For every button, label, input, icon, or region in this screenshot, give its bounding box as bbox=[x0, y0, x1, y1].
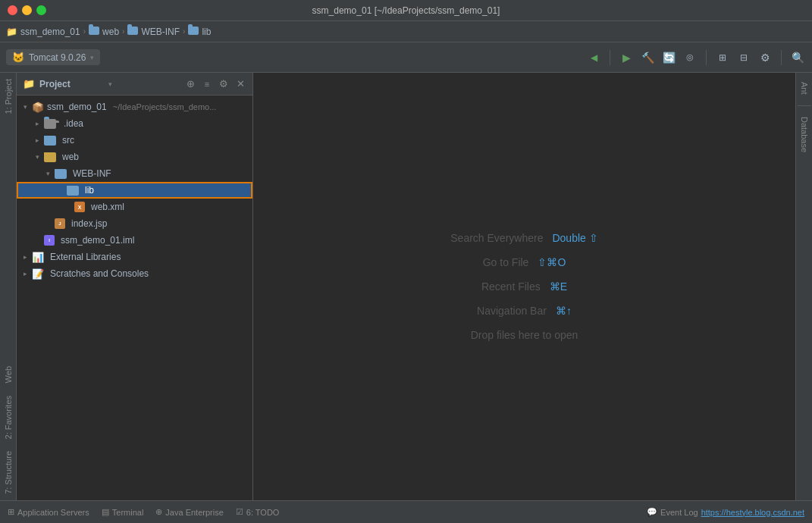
tree-label-extlibs: External Libraries bbox=[50, 252, 121, 262]
breadcrumb-sep3: › bbox=[183, 27, 185, 36]
tree-item-scratches[interactable]: 📝 Scratches and Consoles bbox=[17, 265, 252, 282]
hint-label-goto: Go to File bbox=[483, 256, 529, 268]
breadcrumb-web[interactable]: web bbox=[102, 27, 119, 37]
add-item-button[interactable]: ⊕ bbox=[184, 78, 196, 90]
sidebar-tab-structure[interactable]: 7: Structure bbox=[2, 445, 15, 500]
tree-label-src: src bbox=[62, 135, 74, 146]
tree-item-lib[interactable]: lib bbox=[17, 182, 252, 199]
bookmark-button[interactable]: ⊞ bbox=[714, 49, 731, 66]
separator2 bbox=[706, 50, 707, 65]
hint-label-recent: Recent Files bbox=[481, 280, 541, 293]
tomcat-icon: 🐱 bbox=[12, 52, 24, 63]
project-root-icon: 📦 bbox=[32, 102, 44, 113]
tree-label-root: ssm_demo_01 bbox=[47, 102, 107, 112]
breadcrumb: 📁 ssm_demo_01 › web › WEB-INF › lib bbox=[0, 21, 812, 42]
arrow-src bbox=[33, 136, 41, 144]
tree-item-web[interactable]: web bbox=[17, 149, 252, 165]
separator3 bbox=[781, 50, 782, 65]
right-sidebar-tabs: Ant Database bbox=[795, 73, 812, 500]
run-button[interactable]: ▶ bbox=[618, 49, 635, 66]
extlibs-icon: 📊 bbox=[32, 252, 44, 263]
hint-shortcut-search: Double ⇧ bbox=[552, 232, 597, 244]
tree-item-webinf[interactable]: WEB-INF bbox=[17, 165, 252, 182]
tree-item-iml[interactable]: I ssm_demo_01.iml bbox=[17, 232, 252, 249]
chevron-down-icon[interactable]: ▾ bbox=[108, 80, 112, 88]
settings-icon[interactable]: ⚙ bbox=[218, 78, 230, 90]
split-button[interactable]: ⊟ bbox=[735, 49, 752, 66]
build-button[interactable]: 🔨 bbox=[639, 49, 656, 66]
tree-label-webxml: web.xml bbox=[91, 202, 124, 212]
hint-label-nav: Navigation Bar bbox=[477, 305, 547, 317]
status-terminal-label: Terminal bbox=[112, 508, 144, 517]
todo-icon: ☑ bbox=[236, 507, 243, 517]
tree-label-idea: .idea bbox=[64, 118, 83, 129]
tree-item-root[interactable]: 📦 ssm_demo_01 ~/IdeaProjects/ssm_demo... bbox=[17, 99, 252, 115]
close-panel-button[interactable]: ✕ bbox=[234, 78, 246, 90]
webxml-icon: X bbox=[74, 202, 85, 212]
toolbar: 🐱 Tomcat 9.0.26 ▾ ◀ ▶ 🔨 🔄 ◎ ⊞ ⊟ ⚙ 🔍 bbox=[0, 42, 812, 73]
status-todo[interactable]: ☑ 6: TODO bbox=[236, 507, 280, 517]
arrow-extlibs bbox=[21, 253, 29, 261]
breadcrumb-lib[interactable]: lib bbox=[202, 27, 211, 37]
status-app-servers[interactable]: ⊞ Application Servers bbox=[8, 507, 89, 517]
breadcrumb-folder-icon3 bbox=[188, 27, 199, 37]
run-configuration[interactable]: 🐱 Tomcat 9.0.26 ▾ bbox=[6, 49, 100, 65]
breadcrumb-webinf[interactable]: WEB-INF bbox=[141, 27, 180, 37]
right-tab-ant[interactable]: Ant bbox=[798, 76, 811, 101]
hint-label-search: Search Everywhere bbox=[450, 232, 543, 244]
right-tab-separator bbox=[798, 105, 811, 106]
project-tree: 📦 ssm_demo_01 ~/IdeaProjects/ssm_demo...… bbox=[17, 96, 252, 500]
update-button[interactable]: 🔄 bbox=[660, 49, 677, 66]
window-controls[interactable] bbox=[8, 5, 46, 15]
statusbar-right: 💬 Event Log https://hestyle.blog.csdn.ne… bbox=[647, 507, 804, 517]
minimize-button[interactable] bbox=[22, 5, 32, 15]
statusbar: ⊞ Application Servers ▤ Terminal ⊕ Java … bbox=[0, 500, 812, 523]
status-app-servers-label: Application Servers bbox=[17, 508, 89, 517]
arrow-web bbox=[33, 153, 41, 161]
coverage-button[interactable]: ◎ bbox=[682, 49, 698, 66]
arrow-scratches bbox=[21, 270, 29, 277]
sidebar-tab-favorites[interactable]: 2: Favorites bbox=[2, 390, 15, 445]
project-panel-title: Project bbox=[39, 79, 102, 89]
left-sidebar-tabs: 1: Project Web 2: Favorites 7: Structure bbox=[0, 73, 17, 500]
editor-area[interactable]: Search Everywhere Double ⇧ Go to File ⇧⌘… bbox=[253, 73, 795, 500]
tree-item-extlibs[interactable]: 📊 External Libraries bbox=[17, 249, 252, 265]
breadcrumb-folder-icon1 bbox=[89, 27, 99, 37]
settings-button[interactable]: ⚙ bbox=[757, 49, 773, 66]
hint-shortcut-goto: ⇧⌘O bbox=[538, 256, 566, 268]
search-button[interactable]: 🔍 bbox=[789, 49, 806, 66]
tree-label-web: web bbox=[62, 152, 79, 162]
breadcrumb-folder-icon2 bbox=[127, 27, 138, 37]
arrow-webinf bbox=[44, 170, 52, 177]
maximize-button[interactable] bbox=[36, 5, 46, 15]
status-event-log[interactable]: 💬 Event Log bbox=[647, 507, 698, 517]
tree-item-idea[interactable]: .idea bbox=[17, 115, 252, 132]
terminal-icon: ▤ bbox=[102, 507, 109, 517]
tree-item-indexjsp[interactable]: J index.jsp bbox=[17, 215, 252, 232]
hint-drop-files: Drop files here to open bbox=[471, 329, 578, 341]
hint-recent-files: Recent Files ⌘E bbox=[481, 280, 567, 293]
status-java-enterprise[interactable]: ⊕ Java Enterprise bbox=[155, 507, 223, 517]
hint-shortcut-nav: ⌘↑ bbox=[556, 305, 572, 317]
project-panel-icon: 📁 bbox=[23, 78, 35, 89]
run-config-label: Tomcat 9.0.26 bbox=[29, 52, 86, 63]
status-event-log-label: Event Log bbox=[660, 508, 698, 517]
event-log-icon: 💬 bbox=[647, 507, 657, 517]
run-config-dropdown-icon: ▾ bbox=[90, 54, 94, 61]
breadcrumb-project[interactable]: ssm_demo_01 bbox=[20, 27, 80, 37]
scratches-icon: 📝 bbox=[32, 268, 44, 280]
folder-icon-idea bbox=[44, 119, 56, 129]
tree-path-root: ~/IdeaProjects/ssm_demo... bbox=[113, 102, 217, 111]
status-url[interactable]: https://hestyle.blog.csdn.net bbox=[701, 508, 804, 517]
back-button[interactable]: ◀ bbox=[585, 49, 602, 66]
right-tab-database[interactable]: Database bbox=[798, 111, 811, 158]
tree-item-webxml[interactable]: X web.xml bbox=[17, 199, 252, 215]
status-todo-label: 6: TODO bbox=[246, 508, 280, 517]
status-terminal[interactable]: ▤ Terminal bbox=[102, 507, 144, 517]
toolbar-right: ◀ ▶ 🔨 🔄 ◎ ⊞ ⊟ ⚙ 🔍 bbox=[585, 49, 806, 66]
collapse-all-button[interactable]: ≡ bbox=[201, 78, 213, 90]
close-button[interactable] bbox=[8, 5, 17, 15]
tree-item-src[interactable]: src bbox=[17, 132, 252, 149]
sidebar-tab-web[interactable]: Web bbox=[2, 360, 15, 389]
sidebar-tab-project[interactable]: 1: Project bbox=[2, 73, 15, 120]
